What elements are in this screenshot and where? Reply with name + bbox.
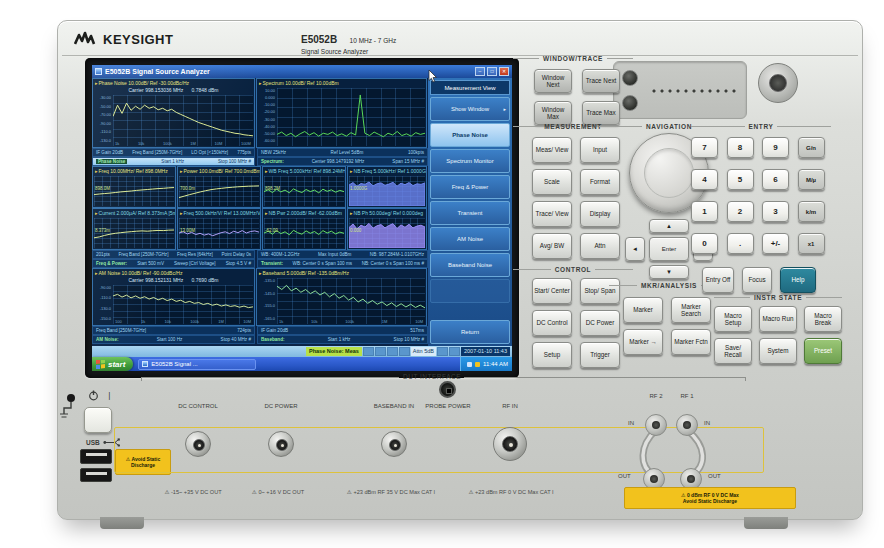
button-1[interactable]: 1 [691, 201, 718, 222]
softkey-menu: Measurement View Show Window▸Phase Noise… [428, 78, 512, 346]
button-6[interactable]: 6 [762, 169, 789, 190]
menu-item-blank [430, 279, 510, 303]
power-button[interactable] [84, 407, 112, 433]
button-m[interactable]: M/µ [798, 169, 825, 190]
button-blank[interactable]: . [727, 233, 754, 254]
status-datetime: 2007-01-10 11:43 [461, 347, 510, 356]
button-g-n[interactable]: G/n [798, 137, 825, 158]
tray-icon[interactable] [467, 362, 472, 367]
dc-power-label: DC POWER [265, 403, 298, 409]
button-k-m[interactable]: k/m [798, 201, 825, 222]
up-arrow-icon: ▲ [666, 223, 672, 229]
button-marker[interactable]: Marker [623, 297, 663, 323]
button-scale[interactable]: Scale [532, 169, 572, 195]
lcd-screen: E5052B Signal Source Analyzer – □ ✕ ▸Pha… [92, 65, 512, 371]
button-3[interactable]: 3 [762, 201, 789, 222]
button-window-next[interactable]: Window Next [534, 69, 572, 93]
menu-item-phase-noise[interactable]: Phase Noise [430, 123, 510, 147]
button-trigger[interactable]: Trigger [580, 342, 620, 368]
start-button[interactable]: start [92, 357, 133, 371]
button-4[interactable]: 4 [691, 169, 718, 190]
warning-dc-power: ⚠ 0~ +16 V DC OUT [252, 489, 304, 495]
brand-name: KEYSIGHT [103, 32, 173, 47]
nav-up-button[interactable]: ▲ [649, 219, 689, 233]
chart-title: ▸NB Ph 50.00deg/ Ref 0.000deg [348, 209, 426, 217]
button-macro-break[interactable]: Macro Break [804, 306, 842, 332]
tray-icon[interactable] [475, 362, 480, 367]
button-trace-view[interactable]: Trace/ View [532, 201, 572, 227]
button-save-recall[interactable]: Save/ Recall [714, 338, 752, 364]
maximize-button[interactable]: □ [487, 67, 497, 76]
minimize-button[interactable]: – [475, 67, 485, 76]
button-meas-view[interactable]: Meas/ View [532, 137, 572, 163]
button-focus[interactable]: Focus [742, 267, 772, 293]
trace-svg [179, 176, 259, 206]
button-dc-power[interactable]: DC Power [580, 310, 620, 336]
menu-item-show-window[interactable]: Show Window▸ [430, 97, 510, 121]
button-help[interactable]: Help [780, 267, 816, 293]
button-trace-max[interactable]: Trace Max [582, 101, 620, 125]
taskbar-task[interactable]: E5052B Signal ... [138, 359, 256, 370]
button-7[interactable]: 7 [691, 137, 718, 158]
button-trace-next[interactable]: Trace Next [582, 69, 620, 93]
start-label: start [108, 360, 125, 369]
info-bar-e-right: IF Gain 20dB517ms [257, 326, 428, 335]
button-window-max[interactable]: Window Max [534, 101, 572, 125]
button-start-center[interactable]: Start/ Center [532, 278, 572, 304]
task-label: E5052B Signal ... [151, 361, 197, 367]
button-8[interactable]: 8 [727, 137, 754, 158]
button-marker[interactable]: Marker → [623, 329, 663, 355]
usb-port-2[interactable] [80, 468, 112, 482]
keysight-logo: KEYSIGHT [74, 31, 173, 47]
x-axis-ticks: 1k10k100k1M10M [279, 319, 423, 324]
menu-item-transient[interactable]: Transient [430, 201, 510, 225]
button-system[interactable]: System [759, 338, 797, 364]
menu-item-spectrum-monitor[interactable]: Spectrum Monitor [430, 149, 510, 173]
chart-panel-phase-noise: ▸Phase Noise 10.00dB/ Ref -30.00dBc/HzCa… [92, 78, 255, 148]
nav-left-button[interactable]: ◄ [625, 237, 645, 261]
rf1-in-connector[interactable] [676, 414, 698, 436]
usb-port-1[interactable] [80, 449, 112, 464]
probe-power-connector[interactable] [439, 381, 456, 398]
button-marker-fctn[interactable]: Marker Fctn [671, 329, 711, 355]
dc-power-connector[interactable] [268, 431, 294, 457]
section-header-instr-state: INSTR STATE [714, 294, 842, 301]
menu-item-freq-power[interactable]: Freq & Power [430, 175, 510, 199]
nav-down-button[interactable]: ▼ [649, 265, 689, 279]
enter-button[interactable]: Enter [649, 237, 689, 261]
instrument-front-panel: KEYSIGHT E5052B 10 MHz - 7 GHz Signal So… [57, 20, 863, 520]
button-2[interactable]: 2 [727, 201, 754, 222]
trace-svg [113, 95, 253, 146]
close-button[interactable]: ✕ [499, 67, 509, 76]
button-attn[interactable]: Attn [580, 233, 620, 259]
button-5[interactable]: 5 [727, 169, 754, 190]
button-macro-setup[interactable]: Macro Setup [714, 306, 752, 332]
rf2-in-connector[interactable] [645, 414, 667, 436]
info-bar-e-left: Freq Band [250M-7GHz]724pts [92, 326, 255, 335]
menu-item-return[interactable]: Return [430, 320, 510, 344]
plot-grid: 1001k10k100k1M10M [113, 285, 253, 324]
dut-interface-header: DUT INTERFACE [403, 373, 461, 380]
button-entry-off[interactable]: Entry Off [702, 267, 734, 293]
button-macro-run[interactable]: Macro Run [759, 306, 797, 332]
button-input[interactable]: Input [580, 137, 620, 163]
button-format[interactable]: Format [580, 169, 620, 195]
button-x1[interactable]: x1 [798, 233, 825, 254]
button-0[interactable]: 0 [691, 233, 718, 254]
app-title-bar: E5052B Signal Source Analyzer – □ ✕ [92, 65, 512, 78]
button-dc-control[interactable]: DC Control [532, 310, 572, 336]
plot-grid: 898.2M [264, 176, 344, 206]
menu-item-am-noise[interactable]: AM Noise [430, 227, 510, 251]
menu-item-baseband-noise[interactable]: Baseband Noise [430, 253, 510, 277]
warning-baseband: ⚠ +23 dBm RF 35 V DC Max CAT I [347, 489, 435, 495]
dc-control-connector[interactable] [185, 431, 211, 457]
rf-in-connector[interactable] [493, 427, 527, 461]
button-display[interactable]: Display [580, 201, 620, 227]
button-9[interactable]: 9 [762, 137, 789, 158]
button-blank[interactable]: +/- [762, 233, 789, 254]
button-marker-search[interactable]: Marker Search [671, 297, 711, 323]
button-preset[interactable]: Preset [804, 338, 842, 364]
button-avg-bw[interactable]: Avg/ BW [532, 233, 572, 259]
baseband-in-connector[interactable] [381, 431, 407, 457]
button-setup[interactable]: Setup [532, 342, 572, 368]
